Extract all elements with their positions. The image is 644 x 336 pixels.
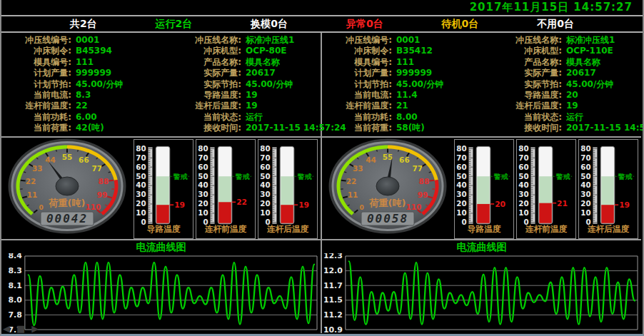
current-chart: 电流曲线图 8.48.38.18.07.87.7 ◀■▶ (1, 240, 321, 335)
gauge-scale-number: 55 (383, 153, 393, 161)
thermo-scale-number: 10 (198, 208, 208, 217)
thermo-warn-label: 警戒 (555, 173, 571, 180)
thermo-scale-number: 60 (580, 163, 590, 171)
chart-plot: 8.48.38.18.07.87.7 (1, 253, 321, 333)
field-label: 冲床机型: (167, 46, 246, 56)
thermo-warn-label: 警戒 (297, 173, 313, 180)
field-value: 2017-11-15 14:57:24 (566, 123, 644, 133)
thermo-scale-number: 30 (580, 190, 590, 198)
field-label: 计划节拍: (6, 79, 76, 90)
field-label: 连杆前温度: (326, 101, 396, 111)
thermo-scale-number: 80 (260, 144, 270, 153)
thermo-scale-number: 30 (260, 190, 270, 198)
chart-ytick: 8.1 (8, 281, 21, 290)
field-value: B35412 (396, 46, 433, 56)
thermo-scale-number: 40 (518, 180, 528, 189)
field-value: 19 (246, 90, 258, 101)
gauge-scale-number: 33 (353, 164, 363, 173)
thermo-scale-number: 10 (456, 208, 466, 217)
field-value: 运行 (566, 112, 583, 123)
info-row: 实际产量:20617 (488, 68, 644, 78)
info-row: 产品名称:模具名称 (488, 57, 644, 68)
info-row: 冲压线名称:标准冲压线1 (488, 35, 644, 46)
info-row: 导路温度:20 (488, 90, 644, 101)
gauge-svg: 0112233445566778899110荷重(吨)00058 (323, 138, 452, 239)
gauge-lcd-value: 00042 (46, 212, 88, 225)
thermo-scale-number: 30 (456, 190, 466, 198)
info-row: 接收时间:2017-11-15 14:57:24 (167, 123, 346, 133)
thermo-label: 导路温度 (147, 224, 181, 234)
thermometer-svg: 01020304050607080警戒20导路温度 (455, 140, 513, 235)
field-label: 实际产量: (167, 68, 246, 78)
thermo-warn-label: 警戒 (235, 173, 251, 180)
info-row: 连杆前温度:21 (326, 101, 488, 111)
thermo-scale-number: 60 (136, 163, 146, 171)
thermo-guide-temp: 01020304050607080警戒20导路温度 (454, 139, 514, 239)
thermo-fill (539, 203, 552, 223)
thermo-fill (601, 205, 614, 223)
field-label: 导路温度: (488, 90, 566, 101)
info-row: 实际节拍:45.00/分钟 (488, 79, 644, 90)
thermo-scale-number: 70 (136, 153, 146, 162)
thermo-value: 19 (298, 200, 309, 210)
field-label: 模具编号: (6, 57, 76, 68)
thermo-warn-label: 警戒 (493, 173, 509, 180)
info-column-right: 冲压线名称:标准冲压线1冲床机型:OCP-80E产品名称:模具名称实际产量:20… (167, 35, 346, 136)
field-value: 8.3 (76, 90, 91, 101)
info-row: 冲压线名称:标准冲压线1 (167, 35, 346, 46)
gauge-scale-number: 88 (419, 177, 430, 185)
info-grid: 冲压线编号:0001冲床制令:B45394模具编号:111计划产量:999999… (1, 33, 321, 138)
info-row: 冲床制令:B35412 (326, 46, 488, 56)
thermo-fill (281, 205, 293, 223)
info-row: 模具编号:111 (6, 57, 167, 68)
thermo-scale-number: 20 (136, 199, 146, 208)
info-column-left: 冲压线编号:0001冲床制令:B35412模具编号:111计划产量:999999… (326, 35, 488, 136)
thermo-scale-number: 10 (518, 208, 528, 217)
gauge-scale-number: 110 (406, 203, 421, 211)
field-label: 实际节拍: (488, 79, 566, 90)
field-label: 连杆后温度: (488, 101, 566, 111)
thermo-value: 20 (495, 200, 505, 209)
thermo-scale-number: 0 (141, 218, 146, 226)
status-mold-change: 换模0台 (251, 16, 288, 31)
page-icon[interactable]: ■ (16, 324, 25, 333)
field-value: 22 (76, 101, 88, 111)
field-value: 8.00 (396, 112, 418, 123)
meters-row: 0112233445566778899110荷重(吨)00042 0102030… (1, 138, 321, 240)
gauge-scale-number: 22 (26, 177, 36, 185)
field-value: OCP-110E (566, 46, 613, 56)
scroll-right-icon[interactable]: ▶ (31, 324, 39, 333)
field-label: 当前电流: (326, 90, 396, 101)
thermo-scale-number: 80 (198, 144, 208, 153)
thermo-scale-number: 50 (260, 172, 270, 180)
chart-title: 电流曲线图 (1, 240, 321, 253)
thermometers: 01020304050607080警戒19导路温度010203040506070… (131, 139, 318, 239)
thermo-scale-number: 60 (456, 163, 466, 171)
thermo-scale-number: 80 (580, 144, 590, 153)
field-label: 接收时间: (167, 123, 246, 133)
info-row: 导路温度:19 (167, 90, 346, 101)
thermo-scale-number: 50 (580, 172, 590, 180)
field-label: 冲床制令: (6, 46, 76, 56)
chart-series-line (29, 263, 314, 325)
field-label: 当前状态: (167, 112, 246, 123)
field-value: OCP-80E (246, 46, 286, 56)
thermo-warn-label: 警戒 (618, 173, 633, 180)
gauge-scale-number: 11 (348, 190, 358, 199)
field-value: 模具名称 (246, 57, 280, 68)
thermo-scale-number: 30 (136, 190, 146, 198)
thermometer-svg: 01020304050607080警戒21连杆前温度 (517, 140, 575, 235)
field-label: 模具编号: (326, 57, 396, 68)
field-label: 计划产量: (6, 68, 76, 78)
thermo-scale-number: 80 (518, 144, 528, 153)
field-label: 导路温度: (167, 90, 246, 101)
field-label: 计划节拍: (326, 79, 396, 90)
thermo-scale-number: 50 (456, 172, 466, 180)
field-label: 当前功耗: (326, 112, 396, 123)
info-grid: 冲压线编号:0001冲床制令:B35412模具编号:111计划产量:999999… (322, 33, 641, 138)
scroll-left-icon[interactable]: ◀ (3, 324, 10, 333)
thermo-scale-number: 50 (136, 172, 146, 180)
thermo-rod-rear-temp: 01020304050607080警戒19连杆后温度 (578, 139, 638, 239)
datetime-text: 2017年11月15日 14:57:27 (470, 1, 633, 14)
info-row: 计划产量:999999 (6, 68, 167, 78)
